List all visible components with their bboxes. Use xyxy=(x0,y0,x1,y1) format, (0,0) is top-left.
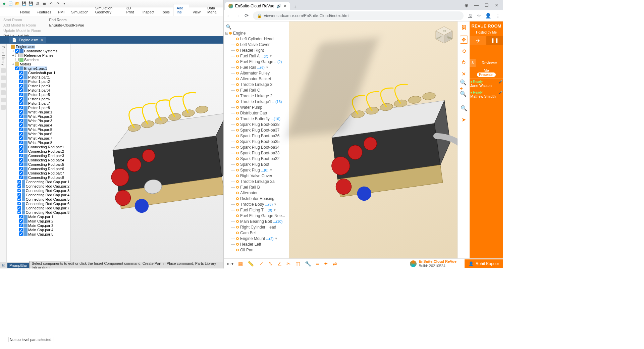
revue-tree-node[interactable]: —Fuel Rail A ...(2)▼ xyxy=(225,53,287,59)
print-icon[interactable]: 🖶 xyxy=(35,1,40,6)
visibility-checkbox[interactable] xyxy=(15,53,19,57)
tree-node[interactable]: Connecting Rod.par:7 xyxy=(7,171,69,175)
revue-tree-node[interactable]: —Spark Plug Boot xyxy=(225,161,287,167)
tree-node[interactable]: Wrist Pin.par:5 xyxy=(7,127,69,132)
revue-tree-node[interactable]: —Throttle Linkage 2a xyxy=(225,179,287,184)
rail-icon[interactable] xyxy=(1,98,6,102)
tree-node[interactable]: Connecting Rod Cap.par:5 xyxy=(7,197,69,201)
tree-node[interactable]: Piston1.par:5 xyxy=(7,92,69,97)
revue-tree-node[interactable]: —Spark Plug Boot-oa36 xyxy=(225,133,287,139)
mic-icon[interactable]: 🎤 xyxy=(498,80,502,84)
rail-icon[interactable] xyxy=(1,105,6,110)
ribbon-tab[interactable]: Simulation xyxy=(68,8,92,16)
tree-node[interactable]: +Motors xyxy=(7,62,69,66)
ruler-icon[interactable]: 📏 xyxy=(248,261,254,267)
tab-mute-icon[interactable]: 🔊 xyxy=(276,4,281,8)
tree-node[interactable]: Connecting Rod.par:8 xyxy=(7,175,69,180)
revue-tree-node[interactable]: —Distributor Housing xyxy=(225,196,287,201)
revue-tree-node[interactable]: —Header Right xyxy=(225,47,287,53)
new-icon[interactable]: 📄 xyxy=(8,1,13,6)
visibility-checkbox[interactable] xyxy=(19,84,23,88)
bookmark-icon[interactable]: ☆ xyxy=(477,13,481,19)
rail-icon[interactable] xyxy=(1,76,6,80)
ribbon-tab[interactable]: Simulation Geometry xyxy=(92,4,123,16)
revue-tree-node[interactable]: —Alternator xyxy=(225,190,287,196)
tree-node[interactable]: Wrist Pin.par:3 xyxy=(7,118,69,123)
saveall-icon[interactable]: 💾 xyxy=(28,1,34,6)
visibility-checkbox[interactable] xyxy=(19,215,23,218)
revue-tree-node[interactable]: —Alternator Pulley xyxy=(225,70,287,76)
revue-tree-node[interactable]: —Distributor Cap xyxy=(225,110,287,116)
ribbon-tab[interactable]: 3D Print xyxy=(123,4,139,16)
tree-node[interactable]: Piston1.par:3 xyxy=(7,84,69,88)
revue-tree-node[interactable]: —Throttle Linkage 2 xyxy=(225,93,287,99)
visibility-checkbox[interactable] xyxy=(15,58,19,61)
minimize-icon[interactable]: — xyxy=(474,3,479,8)
tree-root[interactable]: ⊟ Engine xyxy=(225,30,287,36)
cad-viewport[interactable] xyxy=(70,44,223,262)
revue-tree-node[interactable]: —Spark Plug Boot-oa33 xyxy=(225,150,287,156)
expand-icon[interactable]: ▼ xyxy=(274,203,277,206)
revue-tree-node[interactable]: —Spark Plug Boot-oa38 xyxy=(225,121,287,127)
visibility-checkbox[interactable] xyxy=(19,136,23,140)
share-button[interactable]: ✈ xyxy=(470,36,486,45)
revue-model-tree[interactable]: 🔍 ⊟ Engine —Left Cylinder Head—Left Valv… xyxy=(224,21,289,258)
tree-node[interactable]: Wrist Pin.par:7 xyxy=(7,136,69,140)
revue-tree-node[interactable]: —Throttle Body ...(8)▼ xyxy=(225,201,287,207)
tree-node[interactable]: Connecting Rod.par:6 xyxy=(7,166,69,171)
close-tab-icon[interactable]: ✕ xyxy=(40,38,43,42)
visibility-checkbox[interactable] xyxy=(19,114,23,118)
ribbon-tab[interactable]: Inspect xyxy=(139,8,158,16)
new-tab-button[interactable]: + xyxy=(290,4,300,10)
customize-icon[interactable]: ▾ xyxy=(62,1,67,6)
tree-node[interactable]: Piston1.par:2 xyxy=(7,79,69,84)
tree-node[interactable]: Main Cap.par:4 xyxy=(7,228,69,232)
tree-node[interactable]: Wrist Pin.par:8 xyxy=(7,140,69,145)
undo-icon[interactable]: ↶ xyxy=(48,1,54,6)
zoom-fit-icon[interactable]: 🔍 xyxy=(460,104,468,112)
participant[interactable]: Ready🎤Mathew Smidth xyxy=(470,89,503,100)
ribbon-tab[interactable]: Tools xyxy=(158,8,173,16)
tree-node[interactable]: Connecting Rod Cap.par:6 xyxy=(7,201,69,206)
visibility-checkbox[interactable] xyxy=(19,71,23,74)
axis-icon[interactable]: ⤡ xyxy=(268,261,273,267)
revue-viewport[interactable]: Top Front Right xyxy=(289,21,458,258)
tree-node[interactable]: Connecting Rod.par:1 xyxy=(7,145,69,149)
tree-node[interactable]: Connecting Rod.par:5 xyxy=(7,162,69,166)
revue-tree-node[interactable]: —Water Pump xyxy=(225,104,287,110)
expand-icon[interactable]: ▼ xyxy=(273,208,276,212)
revue-tree-node[interactable]: —Spark Plug Boot-oa37 xyxy=(225,127,287,133)
visibility-checkbox[interactable] xyxy=(19,106,23,109)
close-window-icon[interactable]: ✕ xyxy=(495,3,498,8)
tree-node[interactable]: Connecting Rod Cap.par:4 xyxy=(7,193,69,197)
wrench-icon[interactable]: 🔧 xyxy=(305,261,311,267)
revue-tree-node[interactable]: —Fuel Fitting T ...(8)▼ xyxy=(225,207,287,213)
revue-tree-node[interactable]: —Left Cylinder Head xyxy=(225,36,287,42)
tree-node[interactable]: Piston1.par:7 xyxy=(7,101,69,105)
tree-node[interactable]: Sketches xyxy=(7,57,69,62)
view-cube[interactable]: Top Front Right xyxy=(434,25,454,45)
revue-tree-node[interactable]: —Throttle Butterfly ...(16) xyxy=(225,116,287,121)
list-icon[interactable]: ☰ xyxy=(42,1,47,6)
measure-icon[interactable]: ⟋ xyxy=(259,261,264,266)
revue-tree-node[interactable]: —Fuel Fitting Gauge Nee... xyxy=(225,213,287,218)
open-icon[interactable]: 📂 xyxy=(15,1,20,6)
ribbon-tab[interactable]: Add Ins xyxy=(173,4,189,16)
revue-tree-node[interactable]: —Right Cylinder Head xyxy=(225,224,287,230)
tree-node[interactable]: Wrist Pin.par:6 xyxy=(7,132,69,136)
visibility-checkbox[interactable] xyxy=(17,189,21,192)
tree-node[interactable]: Piston1.par:6 xyxy=(7,97,69,101)
tree-node[interactable]: Connecting Rod Cap.par:8 xyxy=(7,210,69,214)
document-tab[interactable]: 📄 Engine.asm ✕ xyxy=(9,37,46,43)
section-icon[interactable]: ◫ xyxy=(296,261,300,267)
revue-tree-node[interactable]: —Left Valve Cover xyxy=(225,42,287,47)
tool-icon[interactable]: ✂ xyxy=(286,261,291,267)
visibility-checkbox[interactable] xyxy=(17,184,21,188)
browser-tab[interactable]: EnSuite-Cloud ReVue 🔊 ✕ xyxy=(225,2,290,10)
spin-icon[interactable]: ⥁ xyxy=(460,58,468,66)
visibility-checkbox[interactable] xyxy=(19,232,23,236)
ribbon-tab[interactable]: View xyxy=(189,8,204,16)
tree-node[interactable]: Connecting Rod Cap.par:3 xyxy=(7,188,69,193)
revue-tree-node[interactable]: —Throttle Linkage1 ...(16) xyxy=(225,99,287,104)
cursor-icon[interactable]: ➤ xyxy=(460,115,468,123)
